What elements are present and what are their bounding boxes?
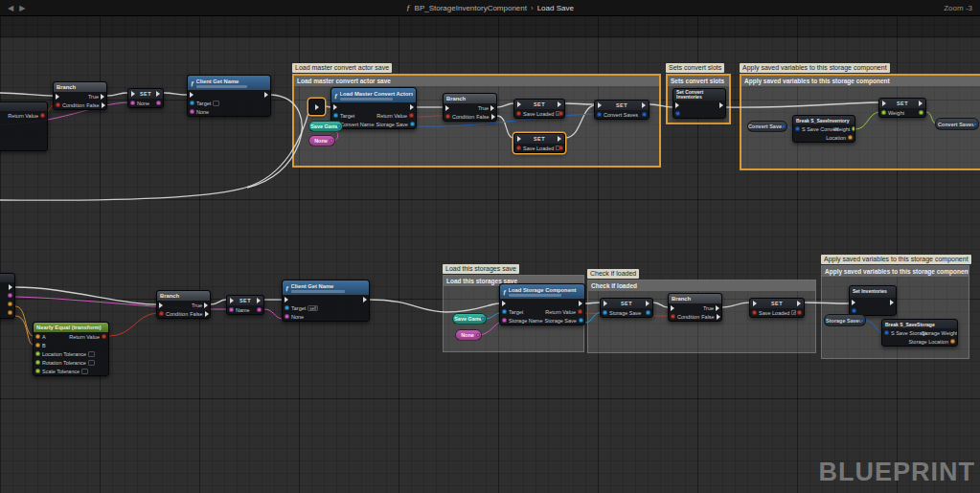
exec-pin[interactable] (101, 94, 104, 100)
node-set-name[interactable]: SETName (226, 295, 264, 315)
exec-pin[interactable] (753, 301, 757, 306)
blue-pin[interactable] (603, 310, 607, 315)
red-pin[interactable] (752, 310, 757, 315)
darkblue-pin[interactable] (884, 330, 889, 335)
red-pin[interactable] (102, 334, 106, 339)
node-set-inventories[interactable]: Set Inventories (849, 285, 897, 316)
node-set-storage-save[interactable]: SETStorage Save (600, 298, 653, 318)
node-set-convert-inventories[interactable]: Set Convert Inventories (672, 88, 726, 119)
exec-pin[interactable] (642, 102, 646, 108)
green-pin[interactable] (35, 360, 40, 365)
magenta-pin[interactable] (285, 314, 289, 319)
pill-convert-saves-2[interactable]: Convert Saves (935, 118, 979, 130)
comment-header[interactable]: Load master convert actor save (294, 76, 659, 86)
red-pin[interactable] (671, 314, 675, 319)
back-icon[interactable]: ◀ (8, 4, 13, 12)
exec-pin[interactable] (131, 91, 135, 97)
exec-pin[interactable] (675, 102, 679, 108)
orange-pin[interactable] (35, 343, 40, 347)
exec-pin[interactable] (257, 298, 261, 303)
comment-header[interactable]: Sets convert slots (668, 76, 729, 86)
exec-pin[interactable] (190, 92, 194, 98)
comment-header[interactable]: Check if loaded (588, 280, 815, 291)
breadcrumb-blueprint-name[interactable]: BP_StorageInventoryComponent (415, 4, 527, 12)
node-set-weight[interactable]: SETWeight (878, 98, 926, 118)
red-pin[interactable] (40, 113, 45, 118)
orange-pin[interactable] (35, 334, 40, 339)
exec-pin[interactable] (491, 114, 495, 120)
blue-pin[interactable] (190, 101, 194, 105)
node-set-save-loaded-3[interactable]: SETSave Loaded✓ (749, 298, 805, 318)
pill-storage-saves[interactable]: Storage Saves (824, 314, 866, 326)
orange-pin[interactable] (8, 310, 12, 315)
exec-pin[interactable] (558, 136, 561, 142)
breadcrumb-graph-name[interactable]: Load Save (537, 4, 574, 12)
magenta-pin[interactable] (502, 318, 507, 323)
red-pin[interactable] (558, 111, 563, 116)
green-pin[interactable] (919, 110, 923, 115)
exec-pin[interactable] (56, 94, 59, 100)
orange-pin[interactable] (950, 339, 955, 344)
node-reroute[interactable] (308, 99, 325, 115)
darkblue-pin[interactable] (782, 124, 786, 128)
orange-pin[interactable] (848, 135, 853, 140)
node-client-get-name-2[interactable]: ƒClient Get NameTargetselfNone (282, 280, 370, 322)
exec-pin[interactable] (410, 104, 414, 110)
red-pin[interactable] (516, 146, 521, 150)
magenta-pin[interactable] (257, 307, 262, 312)
value-box[interactable] (88, 351, 95, 357)
exec-pin[interactable] (558, 101, 561, 107)
green-pin[interactable] (881, 110, 886, 115)
blue-pin[interactable] (481, 317, 485, 321)
exec-pin[interactable] (204, 303, 208, 308)
exec-pin[interactable] (502, 301, 506, 306)
node-break-save-storage[interactable]: Break S_SaveStorageS Save StorageStorage… (881, 319, 958, 347)
value-box[interactable] (81, 369, 88, 374)
exec-pin[interactable] (919, 101, 923, 106)
red-pin[interactable] (445, 114, 450, 119)
pill-none-2[interactable]: None (455, 329, 482, 341)
red-pin[interactable] (578, 309, 582, 314)
comment-header[interactable]: Apply saved variables to this storage co… (822, 266, 969, 277)
exec-pin[interactable] (230, 298, 234, 303)
green-pin[interactable] (35, 369, 40, 373)
exec-pin[interactable] (517, 136, 521, 142)
exec-pin[interactable] (285, 297, 288, 303)
green-pin[interactable] (852, 126, 855, 131)
exec-pin[interactable] (363, 297, 367, 303)
darkblue-pin[interactable] (852, 308, 856, 313)
blue-pin[interactable] (285, 305, 289, 310)
magenta-pin[interactable] (156, 101, 161, 105)
blue-pin[interactable] (333, 113, 338, 118)
comment-header[interactable]: Apply saved variables to this storage co… (741, 76, 980, 86)
node-client-get-name-1[interactable]: ƒClient Get NameTargetNone (187, 75, 271, 117)
magenta-pin[interactable] (476, 333, 480, 337)
darkblue-pin[interactable] (597, 112, 602, 117)
exec-pin[interactable] (598, 102, 602, 108)
exec-pin[interactable] (264, 92, 268, 98)
exec-pin[interactable] (159, 303, 163, 308)
darkblue-pin[interactable] (642, 112, 647, 117)
node-load-master-convert-actors[interactable]: ƒLoad Master Convert ActorsTargetReturn … (330, 87, 417, 129)
darkblue-pin[interactable] (675, 111, 680, 116)
magenta-pin[interactable] (8, 293, 12, 298)
red-pin[interactable] (797, 310, 802, 315)
exec-pin[interactable] (579, 301, 582, 306)
exec-pin[interactable] (797, 301, 801, 306)
node-branch-2[interactable]: BranchTrueConditionFalse (443, 93, 497, 122)
exec-pin[interactable] (490, 105, 494, 111)
node-edge-bottom[interactable] (0, 273, 15, 319)
red-pin[interactable] (558, 146, 563, 150)
pill-save-game-1[interactable]: Save Game (308, 121, 343, 132)
exec-pin[interactable] (719, 102, 723, 108)
magenta-pin[interactable] (229, 307, 234, 312)
exec-pin[interactable] (445, 105, 449, 111)
node-load-storage-component[interactable]: ƒLoad Storage ComponentTargetReturn Valu… (499, 283, 585, 325)
exec-pin[interactable] (671, 305, 674, 311)
exec-pin[interactable] (890, 300, 894, 305)
node-set-save-loaded-2[interactable]: SETSave Loaded (513, 133, 565, 153)
red-pin[interactable] (56, 102, 60, 107)
red-pin[interactable] (516, 111, 521, 116)
node-set-none[interactable]: SETNone (127, 88, 164, 108)
blue-pin[interactable] (579, 318, 583, 323)
